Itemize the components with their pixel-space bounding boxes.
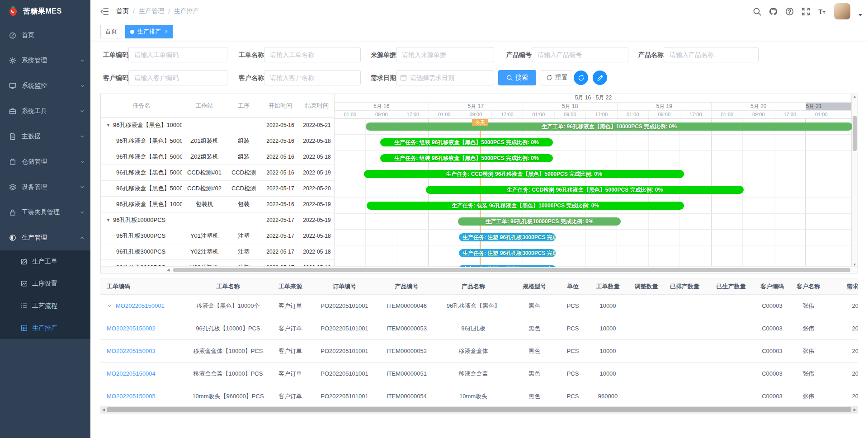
tab-生产排产[interactable]: 生产排产× <box>125 25 173 38</box>
sidebar-subitem-生产排产[interactable]: 生产排产 <box>0 317 90 339</box>
gantt-cell: Y02注塑机 <box>182 248 226 256</box>
gantt-cell: CCD检测#01 <box>182 169 226 177</box>
gantt-date-cell: 2022-05-16 <box>261 154 300 160</box>
sidebar-subitem-工序设置[interactable]: 工序设置 <box>0 273 90 295</box>
user-menu-caret-icon[interactable] <box>858 13 863 17</box>
chevron-up-icon <box>80 235 85 240</box>
github-icon[interactable] <box>769 7 778 16</box>
gantt-bar[interactable]: 生产任务: 包装 96孔移液盒【黑色】10000PCS 完成比例: 0% <box>367 202 684 210</box>
vertical-scroll-thumb[interactable] <box>853 116 857 151</box>
gantt-bar[interactable]: 生产任务: 注塑 96孔孔板3000PCS 完成比例: 0% <box>459 265 556 267</box>
expand-triangle-icon[interactable]: ▼ <box>106 218 110 222</box>
refresh-gantt-button[interactable] <box>574 71 588 85</box>
gantt-task-name: 96孔移液盒【黑色】10000PCS <box>101 200 182 208</box>
gantt-bar[interactable]: 生产任务: CCD检测 96孔移液盒【黑色】5000PCS 完成比例: 0% <box>426 186 744 194</box>
table-cell: 10mm吸头 <box>437 392 509 400</box>
table-row[interactable]: MO20220515000296孔孔板【10000】PCS客户订单PO20220… <box>100 317 858 340</box>
gantt-bar[interactable]: 生产工单: 96孔移液盒【黑色】10000PCS 完成比例: 0% <box>366 122 852 131</box>
sidebar-collapse-icon[interactable] <box>100 7 109 16</box>
page-scroll-thumb[interactable] <box>107 407 851 412</box>
sidebar-item-1[interactable]: 首页 <box>0 23 90 48</box>
table-row[interactable]: MO202205150004移液盒盒盖【10000】PCS客户订单PO20220… <box>100 363 858 385</box>
sidebar-item-6[interactable]: 仓储管理 <box>0 149 90 174</box>
gantt-horizontal-scrollbar[interactable]: ◀ <box>101 266 858 273</box>
search-icon[interactable] <box>753 7 761 16</box>
table-cell: PO202205101001 <box>313 393 376 400</box>
gantt-task-row[interactable]: 96孔移液盒【黑色】5000PCSZ02组装机组装2022-05-162022-… <box>101 149 334 165</box>
app-logo: 苦糖果MES <box>0 0 90 23</box>
help-icon[interactable] <box>785 7 794 16</box>
reset-button[interactable]: 重置 <box>541 70 573 85</box>
table-row[interactable]: MO20220515000510mm吸头【960000】PCS客户订单PO202… <box>100 385 858 408</box>
工单编码-input[interactable] <box>128 47 227 62</box>
sidebar-item-9[interactable]: 生产管理 <box>0 225 90 250</box>
来源单据-input[interactable] <box>396 47 494 62</box>
gantt-task-row[interactable]: 96孔孔板3000PCSY03注塑机注塑2022-05-172022-05-18 <box>101 260 334 267</box>
gantt-task-row[interactable]: 96孔移液盒【黑色】5000PCSZ01组装机组装2022-05-162022-… <box>101 133 334 149</box>
产品编号-input[interactable] <box>532 47 628 62</box>
需求日期-input[interactable] <box>396 70 494 85</box>
workorder-link[interactable]: MO202205150005 <box>107 393 156 400</box>
workorder-link[interactable]: MO202205150004 <box>107 370 156 377</box>
sidebar-item-2[interactable]: 系统管理 <box>0 48 90 73</box>
gantt-task-row[interactable]: 96孔移液盒【黑色】5000PCSCCD检测#01CCD检测2022-05-16… <box>101 165 334 181</box>
工单名称-input[interactable] <box>264 47 361 62</box>
breadcrumb-item-生产管理[interactable]: 生产管理 <box>139 7 164 15</box>
filter-field-来源单据: 来源单据 <box>371 47 494 62</box>
gantt-bar[interactable]: 生产工单: 96孔孔板10000PCS 完成比例: 0% <box>458 217 621 226</box>
gantt-vertical-scrollbar[interactable]: ▲ ▼ <box>851 94 858 267</box>
gantt-cell: 组装 <box>226 153 261 161</box>
table-cell: 黑色 <box>509 347 559 355</box>
expand-row-icon[interactable] <box>107 303 113 309</box>
sidebar-subitem-工艺流程[interactable]: 工艺流程 <box>0 295 90 317</box>
chevron-down-icon <box>80 210 85 215</box>
scroll-left-arrow-icon[interactable]: ◀ <box>102 408 105 412</box>
warehouse-icon <box>9 158 16 165</box>
gantt-table-body: ▼96孔移液盒【黑色】10000PCS2022-05-162022-05-219… <box>101 118 334 267</box>
sidebar-subitem-生产工单[interactable]: 生产工单 <box>0 250 90 273</box>
scroll-left-arrow-icon[interactable]: ◀ <box>167 268 170 272</box>
breadcrumb-item-首页[interactable]: 首页 <box>116 7 129 15</box>
gantt-task-row[interactable]: ▼96孔孔板10000PCS2022-05-172022-05-19 <box>101 212 334 228</box>
gantt-bar[interactable]: 生产任务: 组装 96孔移液盒【黑色】5000PCS 完成比例: 0% <box>380 154 553 162</box>
gantt-date-cell: 2022-05-19 <box>300 170 334 176</box>
sidebar-item-7[interactable]: 设备管理 <box>0 174 90 200</box>
scroll-right-arrow-icon[interactable]: ▶ <box>854 408 856 412</box>
gantt-bar[interactable]: 生产任务: 组装 96孔移液盒【黑色】5000PCS 完成比例: 0% <box>380 138 553 146</box>
task-name-text: 96孔移液盒【黑色】10000PCS <box>113 121 182 129</box>
sidebar-item-4[interactable]: 系统工具 <box>0 99 90 124</box>
gantt-bar[interactable]: 生产任务: 注塑 96孔孔板3000PCS 完成比例: 0% <box>459 249 556 257</box>
avatar[interactable] <box>834 3 850 19</box>
search-button[interactable]: 搜索 <box>498 70 536 85</box>
workorder-link[interactable]: MO202205150001 <box>116 302 165 309</box>
gantt-task-row[interactable]: 96孔移液盒【黑色】5000PCSCCD检测#02CCD检测2022-05-17… <box>101 181 334 197</box>
sidebar-item-5[interactable]: 主数据 <box>0 124 90 149</box>
table-cell: 张伟 <box>788 325 828 333</box>
horizontal-scroll-thumb[interactable] <box>173 268 850 272</box>
page-horizontal-scrollbar[interactable]: ◀ ▶ <box>100 406 858 414</box>
table-row[interactable]: MO202205150001移液盒【黑色】10000个客户订单PO2022051… <box>100 295 858 317</box>
gantt-task-row[interactable]: 96孔移液盒【黑色】10000PCS包装机包装2022-05-162022-05… <box>101 197 334 212</box>
gantt-bar[interactable]: 生产任务: CCD检测 96孔移液盒【黑色】5000PCS 完成比例: 0% <box>364 170 684 178</box>
font-size-icon[interactable]: TT <box>818 7 826 16</box>
tab-close-icon[interactable]: × <box>165 28 168 35</box>
gantt-bar[interactable]: 生产任务: 注塑 96孔孔板3000PCS 完成比例: 0% <box>459 233 556 241</box>
edit-button[interactable] <box>593 71 607 85</box>
sidebar-item-8[interactable]: 工装夹具管理 <box>0 200 90 225</box>
gantt-date-cell: 2022-05-17 <box>261 217 300 223</box>
fullscreen-icon[interactable] <box>802 7 810 16</box>
gantt-day-5月 21: 5月 21 <box>806 103 853 110</box>
gantt-task-row[interactable]: ▼96孔移液盒【黑色】10000PCS2022-05-162022-05-21 <box>101 118 334 133</box>
产品名称-input[interactable] <box>664 47 759 62</box>
table-row[interactable]: MO202205150003移液盒盒体【10000】PCS客户订单PO20220… <box>100 340 858 363</box>
gantt-task-row[interactable]: 96孔孔板3000PCSY02注塑机注塑2022-05-172022-05-18 <box>101 244 334 260</box>
客户名称-input[interactable] <box>264 70 361 85</box>
scroll-up-arrow-icon[interactable]: ▲ <box>852 94 858 99</box>
tab-首页[interactable]: 首页 <box>100 25 122 38</box>
workorder-link[interactable]: MO202205150003 <box>107 348 156 354</box>
客户编码-input[interactable] <box>128 70 227 85</box>
expand-triangle-icon[interactable]: ▼ <box>106 123 110 127</box>
gantt-task-row[interactable]: 96孔孔板3000PCSY01注塑机注塑2022-05-172022-05-18 <box>101 228 334 244</box>
sidebar-item-3[interactable]: 系统监控 <box>0 73 90 99</box>
workorder-link[interactable]: MO202205150002 <box>107 325 156 332</box>
